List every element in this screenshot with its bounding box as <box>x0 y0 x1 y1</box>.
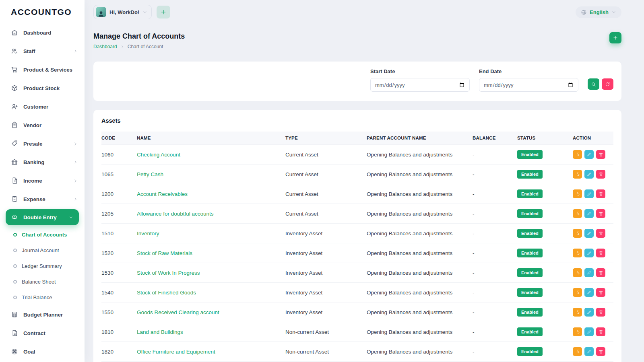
add-account-button[interactable] <box>609 32 621 43</box>
delete-button[interactable] <box>596 327 605 336</box>
cell-balance: - <box>473 145 517 165</box>
status-badge: Enabled <box>517 268 543 277</box>
account-name-link[interactable]: Office Furniture and Equipement <box>137 349 215 355</box>
reset-button[interactable] <box>602 78 613 90</box>
edit-button[interactable] <box>584 268 594 277</box>
sidebar-item-label: Customer <box>23 104 48 110</box>
transactions-button[interactable] <box>573 308 582 317</box>
column-header-action: ACTION <box>573 132 613 145</box>
cart-icon <box>11 66 18 73</box>
delete-button[interactable] <box>596 308 605 317</box>
edit-button[interactable] <box>584 209 594 218</box>
account-name-link[interactable]: Checking Account <box>137 152 180 158</box>
pencil-icon <box>587 172 592 177</box>
quick-add-button[interactable] <box>157 6 170 19</box>
sidebar-item-banking[interactable]: Banking <box>0 153 85 171</box>
cell-parent-account: Opening Balances and adjustments <box>367 204 473 224</box>
transactions-button[interactable] <box>573 288 582 297</box>
cell-code: 1530 <box>101 263 137 283</box>
delete-button[interactable] <box>596 347 605 356</box>
delete-button[interactable] <box>596 209 605 218</box>
wave-icon <box>575 152 580 157</box>
user-menu-button[interactable]: Hi, WorkDo! <box>93 5 152 19</box>
delete-button[interactable] <box>596 189 605 198</box>
delete-button[interactable] <box>596 288 605 297</box>
transactions-button[interactable] <box>573 150 582 159</box>
sidebar-item-product-services[interactable]: Product & Services <box>0 60 85 79</box>
account-name-link[interactable]: Stock of Work In Progress <box>137 270 200 276</box>
sidebar-item-product-stock[interactable]: Product Stock <box>0 79 85 97</box>
cell-name: Goods Received Clearing account <box>137 302 285 322</box>
end-date-input[interactable] <box>479 78 578 92</box>
sidebar-item-double-entry[interactable]: Double Entry <box>6 209 79 225</box>
delete-button[interactable] <box>596 229 605 238</box>
delete-button[interactable] <box>596 170 605 179</box>
transactions-button[interactable] <box>573 249 582 257</box>
wave-icon <box>575 270 580 275</box>
transactions-button[interactable] <box>573 209 582 218</box>
edit-button[interactable] <box>584 347 594 356</box>
cell-name: Land and Buildings <box>137 322 285 342</box>
account-name-link[interactable]: Stock of Raw Materials <box>137 250 192 256</box>
language-label: English <box>590 9 609 15</box>
cell-balance: - <box>473 302 517 322</box>
delete-button[interactable] <box>596 268 605 277</box>
chevron-down-icon <box>68 215 74 220</box>
sidebar-item-expense[interactable]: Expense <box>0 190 85 208</box>
transactions-button[interactable] <box>573 170 582 179</box>
transactions-button[interactable] <box>573 347 582 356</box>
trash-icon <box>599 329 603 334</box>
account-name-link[interactable]: Goods Received Clearing account <box>137 309 219 315</box>
sidebar-subitem-trial-balance[interactable]: Trial Balance <box>0 290 85 305</box>
sidebar-subitem-balance-sheet[interactable]: Balance Sheet <box>0 274 85 290</box>
transactions-button[interactable] <box>573 229 582 238</box>
sidebar-item-contract[interactable]: Contract <box>0 324 85 342</box>
account-name-link[interactable]: Account Receivables <box>137 191 188 197</box>
cell-name: Petty Cash <box>137 165 285 184</box>
edit-button[interactable] <box>584 327 594 336</box>
sidebar-subitem-chart-of-accounts[interactable]: Chart of Accounts <box>0 227 85 243</box>
cell-status: Enabled <box>517 165 573 184</box>
delete-button[interactable] <box>596 150 605 159</box>
account-name-link[interactable]: Petty Cash <box>137 171 163 177</box>
sidebar-subitem-ledger-summary[interactable]: Ledger Summary <box>0 258 85 274</box>
wave-icon <box>575 290 580 295</box>
sidebar-item-staff[interactable]: Staff <box>0 42 85 60</box>
edit-button[interactable] <box>584 150 594 159</box>
sidebar-item-goal[interactable]: Goal <box>0 342 85 361</box>
account-name-link[interactable]: Inventory <box>137 230 159 237</box>
edit-button[interactable] <box>584 229 594 238</box>
language-selector[interactable]: English <box>576 6 621 18</box>
sidebar-subitem-journal-account[interactable]: Journal Account <box>0 243 85 258</box>
cell-action <box>573 243 613 263</box>
transactions-button[interactable] <box>573 189 582 198</box>
delete-button[interactable] <box>596 249 605 257</box>
column-header-parent-account-name: PARENT ACCOUNT NAME <box>367 132 473 145</box>
cell-balance: - <box>473 283 517 302</box>
sidebar-item-budget-planner[interactable]: Budget Planner <box>0 305 85 324</box>
cell-balance: - <box>473 263 517 283</box>
breadcrumb-dashboard-link[interactable]: Dashboard <box>93 44 117 49</box>
sidebar-item-presale[interactable]: Presale <box>0 134 85 153</box>
cell-balance: - <box>473 184 517 204</box>
sidebar-item-vendor[interactable]: Vendor <box>0 116 85 134</box>
edit-button[interactable] <box>584 288 594 297</box>
sidebar-item-income[interactable]: Income <box>0 171 85 190</box>
sidebar-item-dashboard[interactable]: Dashboard <box>0 23 85 42</box>
edit-button[interactable] <box>584 170 594 179</box>
account-name-link[interactable]: Allowance for doubtful accounts <box>137 211 214 217</box>
sidebar-item-label: Expense <box>23 196 45 202</box>
transactions-button[interactable] <box>573 327 582 336</box>
cell-action <box>573 322 613 342</box>
transactions-button[interactable] <box>573 268 582 277</box>
account-name-link[interactable]: Land and Buildings <box>137 329 183 335</box>
search-button[interactable] <box>588 78 599 90</box>
account-name-link[interactable]: Stock of Finished Goods <box>137 290 196 296</box>
brand-logo[interactable]: ACCOUNTGO <box>0 7 85 23</box>
edit-button[interactable] <box>584 189 594 198</box>
edit-button[interactable] <box>584 249 594 257</box>
sidebar-item-customer[interactable]: Customer <box>0 97 85 116</box>
start-date-input[interactable] <box>370 78 470 92</box>
edit-button[interactable] <box>584 308 594 317</box>
cell-status: Enabled <box>517 145 573 165</box>
